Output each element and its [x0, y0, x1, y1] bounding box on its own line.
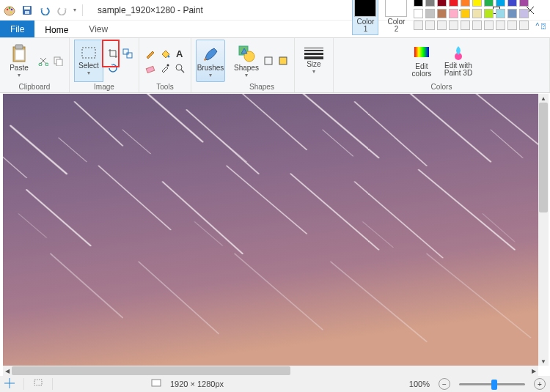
palette-swatch[interactable]	[519, 21, 529, 30]
palette-swatch[interactable]	[425, 9, 435, 18]
zoom-slider[interactable]	[459, 383, 525, 385]
canvas-area[interactable]	[3, 94, 538, 366]
svg-text:A: A	[176, 48, 183, 59]
svg-point-25	[167, 64, 169, 67]
palette-swatch[interactable]	[437, 0, 447, 7]
paint3d-button[interactable]: Edit with Paint 3D	[441, 40, 476, 82]
scroll-up-icon[interactable]: ▲	[538, 94, 549, 103]
palette-swatch[interactable]	[414, 21, 423, 30]
status-bar: 1920 × 1280px 100% − +	[0, 376, 550, 392]
svg-line-27	[181, 70, 184, 73]
edit-colors-icon	[413, 44, 430, 62]
palette-swatch[interactable]	[484, 0, 494, 7]
vscroll-thumb[interactable]	[539, 103, 548, 212]
brushes-button[interactable]: Brushes ▾	[196, 40, 225, 82]
palette-swatch[interactable]	[425, 21, 435, 30]
eraser-icon[interactable]	[144, 62, 157, 75]
svg-rect-24	[146, 66, 154, 73]
redo-icon[interactable]	[56, 4, 69, 17]
palette-swatch[interactable]	[461, 0, 470, 7]
zoom-in-button[interactable]: +	[534, 378, 546, 390]
select-icon	[81, 46, 97, 61]
app-icon	[3, 4, 16, 17]
copy-icon[interactable]	[51, 54, 65, 67]
palette-swatch[interactable]	[496, 0, 505, 7]
scroll-down-icon[interactable]: ▼	[538, 357, 549, 366]
text-icon[interactable]: A	[173, 47, 186, 60]
svg-rect-13	[15, 45, 23, 49]
color1-swatch	[354, 0, 376, 17]
color-picker-icon[interactable]	[158, 62, 172, 75]
palette-swatch[interactable]	[449, 0, 458, 7]
vertical-scrollbar[interactable]: ▲ ▼	[538, 94, 549, 366]
palette-swatch[interactable]	[496, 9, 505, 18]
svg-rect-21	[127, 53, 132, 58]
palette-swatch[interactable]	[472, 9, 482, 18]
palette-swatch[interactable]	[484, 21, 494, 30]
palette-swatch[interactable]	[461, 21, 470, 30]
fill-shape-icon[interactable]	[276, 54, 290, 67]
palette-swatch[interactable]	[437, 21, 447, 30]
undo-icon[interactable]	[38, 4, 51, 17]
svg-point-22	[168, 56, 170, 58]
zoom-slider-knob[interactable]	[491, 380, 497, 390]
palette-swatch[interactable]	[461, 9, 470, 18]
palette-swatch[interactable]	[437, 9, 447, 18]
size-button[interactable]: Size ▾	[299, 40, 329, 82]
zoom-out-button[interactable]: −	[439, 378, 450, 390]
tab-home[interactable]: Home	[34, 21, 78, 37]
canvas-dimensions: 1920 × 1280px	[170, 380, 224, 388]
palette-swatch[interactable]	[496, 21, 505, 30]
color2-button[interactable]: Color 2	[383, 0, 409, 35]
select-button[interactable]: Select ▾	[74, 40, 103, 82]
palette-swatch[interactable]	[507, 21, 517, 30]
svg-rect-69	[34, 380, 42, 385]
edit-colors-button[interactable]: Edit colors	[407, 40, 436, 82]
palette-swatch[interactable]	[472, 0, 482, 7]
palette-swatch[interactable]	[519, 9, 529, 18]
tab-file[interactable]: File	[0, 21, 34, 37]
group-image: Select ▾ Image	[70, 38, 139, 92]
fill-icon[interactable]	[158, 47, 172, 60]
zoom-level: 100%	[409, 380, 430, 388]
group-shapes: Shapes ▾ Shapes	[230, 38, 295, 92]
color1-button[interactable]: Color 1	[352, 0, 378, 35]
svg-rect-30	[265, 57, 272, 64]
qat-dropdown-icon[interactable]: ▾	[73, 7, 76, 13]
tab-view[interactable]: View	[78, 21, 118, 37]
pencil-icon[interactable]	[144, 47, 157, 60]
color-palette[interactable]	[414, 0, 530, 32]
size-icon	[304, 48, 323, 59]
canvas-size-icon	[151, 378, 161, 390]
resize-icon[interactable]	[121, 47, 134, 60]
rotate-icon[interactable]	[106, 62, 120, 75]
svg-point-26	[176, 64, 182, 70]
palette-swatch[interactable]	[507, 0, 517, 7]
crop-icon[interactable]	[106, 47, 120, 60]
hscroll-thumb[interactable]	[12, 366, 290, 375]
svg-rect-31	[279, 57, 287, 64]
scroll-left-icon[interactable]: ◀	[3, 366, 12, 376]
palette-swatch[interactable]	[414, 0, 423, 7]
outline-icon[interactable]	[262, 54, 275, 67]
save-icon[interactable]	[21, 4, 34, 17]
group-brushes: Brushes ▾	[191, 38, 230, 92]
svg-rect-70	[152, 380, 161, 386]
shapes-gallery[interactable]: Shapes ▾	[234, 40, 259, 82]
palette-swatch[interactable]	[449, 9, 458, 18]
collapse-ribbon-icon[interactable]: ^ ⍰	[536, 22, 546, 30]
scroll-right-icon[interactable]: ▶	[529, 366, 538, 376]
palette-swatch[interactable]	[519, 0, 529, 7]
magnifier-icon[interactable]	[173, 62, 186, 75]
group-clipboard: Paste ▾ Clipboard	[0, 38, 70, 92]
horizontal-scrollbar[interactable]: ◀ ▶	[3, 366, 538, 376]
palette-swatch[interactable]	[414, 9, 423, 18]
paste-button[interactable]: Paste ▾	[4, 40, 34, 82]
palette-swatch[interactable]	[472, 21, 482, 30]
palette-swatch[interactable]	[507, 9, 517, 18]
palette-swatch[interactable]	[449, 21, 458, 30]
cut-icon[interactable]	[37, 54, 50, 67]
svg-point-3	[11, 8, 12, 10]
palette-swatch[interactable]	[425, 0, 435, 7]
palette-swatch[interactable]	[484, 9, 494, 18]
